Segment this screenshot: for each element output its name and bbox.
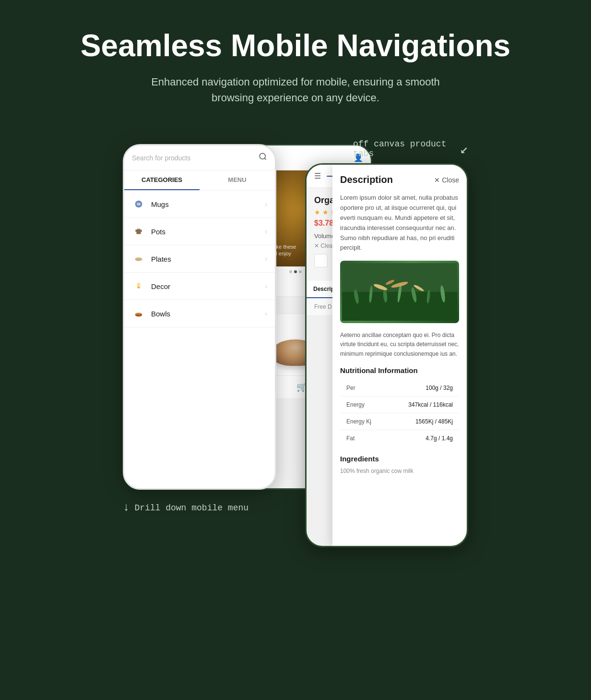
svg-rect-2 bbox=[137, 203, 140, 206]
decor-icon bbox=[132, 279, 145, 293]
bowls-icon bbox=[132, 307, 145, 320]
page-subtitle: Enhanced navigation optimized for mobile… bbox=[147, 74, 444, 106]
svg-rect-6 bbox=[137, 229, 140, 230]
svg-rect-4 bbox=[136, 230, 137, 232]
mugs-arrow: › bbox=[265, 200, 267, 208]
offcanvas-panel: Description ✕ Close Lorem ipsum dolor si… bbox=[332, 165, 467, 546]
right-phone-container: off canvas product tabs ↙ ☰ Organic F ★ … bbox=[305, 163, 468, 547]
plates-label: Plates bbox=[151, 255, 265, 263]
svg-point-0 bbox=[260, 154, 265, 159]
right-phone: ☰ Organic F ★ ★ ★ ★ ★ (2 d $3.78 / ea ( bbox=[305, 163, 468, 547]
nutrition-row-energy-kj: Energy Kj 1565Kj / 485Kj bbox=[341, 413, 459, 430]
product-detail-image bbox=[340, 261, 459, 323]
tab-menu[interactable]: MENU bbox=[200, 170, 275, 190]
search-bar: Search for products bbox=[124, 145, 275, 170]
close-button[interactable]: ✕ Close bbox=[434, 176, 459, 184]
search-icon[interactable] bbox=[259, 152, 267, 163]
plates-arrow: › bbox=[265, 255, 267, 263]
nutrition-row-per: Per 100g / 32g bbox=[341, 379, 459, 396]
category-item-plates[interactable]: Plates › bbox=[124, 245, 275, 273]
offcanvas-extra-description: Aeterno ancillae conceptam quo ei. Pro d… bbox=[340, 331, 459, 359]
category-item-mugs[interactable]: Mugs › bbox=[124, 191, 275, 218]
svg-rect-3 bbox=[136, 230, 141, 234]
svg-rect-9 bbox=[137, 287, 140, 289]
page-title: Seamless Mobile Navigations bbox=[81, 29, 510, 62]
category-item-pots[interactable]: Pots › bbox=[124, 218, 275, 245]
offcanvas-header: Description ✕ Close bbox=[340, 174, 459, 185]
left-phone-container: art. 👤 f pots, n of my entire soul, like… bbox=[123, 144, 276, 514]
star-2: ★ bbox=[322, 208, 329, 216]
x-icon: ✕ bbox=[314, 242, 319, 249]
tab-categories[interactable]: CATEGORIES bbox=[124, 170, 200, 190]
pots-icon bbox=[132, 225, 145, 238]
category-list: Mugs › Pots › bbox=[124, 191, 275, 327]
category-item-bowls[interactable]: Bowls › bbox=[124, 300, 275, 327]
offcanvas-title: Description bbox=[340, 174, 393, 185]
dot-2 bbox=[294, 270, 297, 273]
plates-icon bbox=[132, 252, 145, 266]
x-close-icon: ✕ bbox=[434, 176, 440, 184]
nutrition-row-energy: Energy 347kcal / 116kcal bbox=[341, 396, 459, 413]
search-placeholder-text: Search for products bbox=[132, 154, 190, 162]
star-1: ★ bbox=[314, 208, 320, 216]
ingredients-text: 100% fresh organic cow milk bbox=[340, 467, 459, 475]
decor-arrow: › bbox=[265, 282, 267, 290]
grass-svg bbox=[342, 263, 457, 321]
offcanvas-description: Lorem ipsum dolor sit amet, nulla probat… bbox=[340, 193, 459, 253]
pots-arrow: › bbox=[265, 228, 267, 235]
qty-minus-btn[interactable]: - bbox=[314, 254, 328, 267]
bowls-label: Bowls bbox=[151, 310, 265, 318]
svg-point-8 bbox=[135, 258, 142, 260]
mugs-icon bbox=[132, 197, 145, 211]
nutrition-table: Per 100g / 32g Energy 347kcal / 116kcal … bbox=[340, 379, 459, 447]
dot-3 bbox=[299, 270, 302, 273]
left-phone-front: Search for products CATEGORIES MENU bbox=[123, 144, 276, 490]
phones-row: art. 👤 f pots, n of my entire soul, like… bbox=[19, 144, 572, 547]
mugs-label: Mugs bbox=[151, 200, 265, 208]
category-tabs: CATEGORIES MENU bbox=[124, 170, 275, 191]
pots-label: Pots bbox=[151, 228, 265, 236]
svg-rect-5 bbox=[141, 230, 142, 232]
off-canvas-arrow-icon: ↙ bbox=[460, 141, 468, 157]
off-canvas-label: off canvas product tabs ↙ bbox=[353, 139, 468, 158]
drill-arrow-icon: ↑ bbox=[123, 501, 130, 514]
decor-label: Decor bbox=[151, 282, 265, 290]
nutrition-row-fat: Fat 4.7g / 1.4g bbox=[341, 430, 459, 447]
hamburger-icon[interactable]: ☰ bbox=[314, 171, 321, 181]
ingredients-title: Ingredients bbox=[340, 455, 459, 463]
dot-1 bbox=[289, 270, 292, 273]
nutrition-title: Nutritional Information bbox=[340, 366, 459, 374]
bowls-arrow: › bbox=[265, 310, 267, 317]
category-item-decor[interactable]: Decor › bbox=[124, 273, 275, 300]
drill-down-label: ↑ Drill down mobile menu bbox=[123, 501, 248, 514]
